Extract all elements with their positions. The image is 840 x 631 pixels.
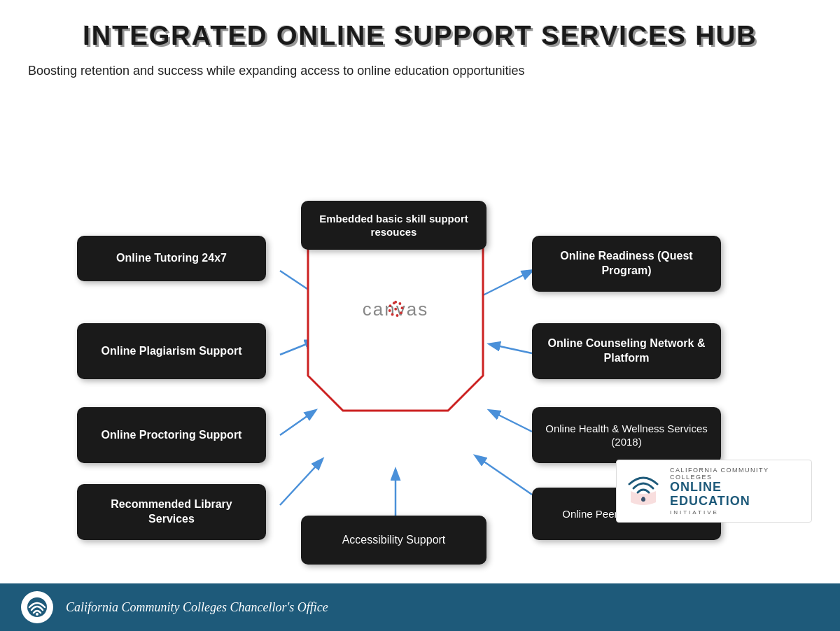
bot-left-box: Recommended Library Services	[77, 484, 266, 540]
svg-point-15	[391, 313, 393, 316]
top-center-box: Embedded basic skill support resouces	[301, 201, 486, 250]
oei-large-text: Online Education	[670, 481, 803, 509]
main-title: INTEGRATED ONLINE SUPPORT SERVICES HUB	[0, 0, 840, 58]
footer-logo	[21, 591, 53, 623]
footer-text: California Community Colleges Chancellor…	[66, 600, 328, 615]
mid-right1-box: Online Counseling Network & Platform	[532, 323, 721, 379]
svg-line-7	[490, 411, 532, 432]
footer: California Community Colleges Chancellor…	[0, 583, 840, 631]
svg-point-13	[400, 311, 402, 314]
oei-icon	[625, 472, 662, 511]
svg-point-17	[388, 304, 391, 307]
svg-line-6	[490, 344, 532, 353]
canvas-logo-icon	[363, 299, 428, 320]
top-right-box: Online Readiness (Quest Program)	[532, 236, 721, 292]
subtitle: Boosting retention and success while exp…	[0, 58, 840, 78]
svg-line-4	[280, 460, 322, 505]
svg-point-18	[393, 302, 396, 304]
svg-point-19	[394, 307, 397, 310]
oei-initiative-text: Initiative	[670, 509, 803, 516]
mid-right2-box: Online Health & Wellness Services (2018)	[532, 407, 721, 463]
svg-point-22	[36, 613, 38, 616]
svg-point-16	[388, 309, 391, 312]
svg-line-8	[476, 456, 532, 495]
mid-left1-box: Online Plagiarism Support	[77, 323, 266, 379]
svg-point-11	[398, 302, 401, 305]
mid-left2-box: Online Proctoring Support	[77, 407, 266, 463]
oei-logo: California Community Colleges Online Edu…	[616, 460, 812, 523]
svg-point-14	[396, 314, 398, 317]
top-left-box: Online Tutoring 24x7	[77, 236, 266, 281]
bot-center-box: Accessibility Support	[301, 516, 486, 565]
svg-point-12	[400, 306, 403, 309]
oei-small-text: California Community Colleges	[670, 467, 803, 481]
diagram-area: canvas Embedded basic skill support reso…	[0, 82, 840, 586]
